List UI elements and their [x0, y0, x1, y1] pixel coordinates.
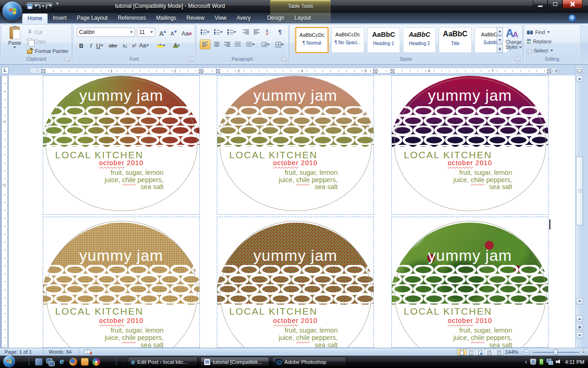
- change-case-button[interactable]: Aa: [139, 40, 149, 51]
- ruler-table-column-marker[interactable]: [199, 69, 203, 73]
- paragraph-dialog-launcher[interactable]: ↘: [282, 57, 287, 62]
- toolbar-grip[interactable]: [116, 358, 117, 365]
- style-card-normal[interactable]: AaBbCcDc¶ Normal: [295, 27, 328, 53]
- label-date-text[interactable]: october 2010: [392, 159, 548, 167]
- highlight-button[interactable]: ab: [155, 40, 167, 51]
- proofing-errors-button[interactable]: x: [85, 349, 92, 355]
- taskbar-button-edit-post-local-kitc[interactable]: eEdit Post ‹ local kitc...: [128, 357, 198, 367]
- clear-formatting-button[interactable]: Aa: [181, 29, 192, 39]
- draft-view-button[interactable]: [494, 349, 503, 356]
- font-size-select[interactable]: 11: [137, 28, 155, 37]
- bullets-button[interactable]: [200, 27, 210, 37]
- tab-layout[interactable]: Layout: [289, 13, 316, 23]
- tab-review[interactable]: Review: [181, 13, 209, 23]
- redo-button[interactable]: [46, 3, 52, 10]
- ruler-table-column-marker[interactable]: [390, 69, 395, 73]
- align-right-button[interactable]: [222, 40, 232, 49]
- align-center-button[interactable]: [211, 40, 222, 49]
- find-button[interactable]: Find: [527, 28, 550, 36]
- picasa-icon[interactable]: [92, 358, 100, 366]
- tab-references[interactable]: References: [113, 13, 151, 23]
- cut-button[interactable]: Cut: [26, 28, 43, 36]
- full-screen-reading-view-button[interactable]: [467, 349, 476, 356]
- mail-icon[interactable]: [81, 358, 89, 366]
- minimize-button[interactable]: [533, 0, 548, 9]
- italic-button[interactable]: I: [86, 40, 96, 51]
- tab-insert[interactable]: Insert: [48, 13, 72, 23]
- zoom-slider-thumb[interactable]: [554, 349, 558, 355]
- superscript-button[interactable]: x²: [130, 40, 139, 51]
- label-brand-text[interactable]: yummy jam: [43, 247, 199, 264]
- tray-expand-icon[interactable]: ‹: [525, 359, 527, 365]
- label-ingredients-text[interactable]: fruit, sugar, lemonjuice, chile peppers,…: [62, 327, 164, 348]
- borders-button[interactable]: [273, 40, 286, 49]
- select-browse-object-button[interactable]: [576, 324, 583, 330]
- print-layout-view-button[interactable]: [458, 349, 467, 356]
- label-date-text[interactable]: october 2010: [217, 317, 373, 324]
- replace-button[interactable]: abacReplace: [527, 37, 552, 46]
- scrollbar-thumb[interactable]: [576, 156, 583, 225]
- jam-label-cell[interactable]: yummy jamLOCAL KITCHENoctober 2010fruit,…: [217, 217, 374, 348]
- firefox-icon[interactable]: [69, 358, 77, 366]
- next-page-button[interactable]: [576, 332, 583, 339]
- start-button[interactable]: [3, 356, 15, 368]
- style-card-title[interactable]: AaBbCTitle: [439, 27, 472, 53]
- jam-label-cell[interactable]: yummy jamLOCAL KITCHENoctober 2010fruit,…: [391, 75, 548, 215]
- bold-button[interactable]: B: [77, 40, 86, 51]
- format-painter-button[interactable]: Format Painter: [26, 46, 69, 55]
- customize-qat-dropdown-icon[interactable]: [56, 3, 59, 5]
- font-name-select[interactable]: Calibri: [77, 28, 135, 37]
- sort-button[interactable]: AZ ↓: [263, 27, 273, 37]
- taskbar-button-tutorial-compatibili[interactable]: Wtutorial [Compatibili...: [200, 357, 269, 367]
- tab-avery[interactable]: Avery: [232, 13, 255, 23]
- style-card-no-spacing[interactable]: AaBbCcDc¶ No Spaci...: [331, 27, 364, 53]
- styles-scroll-down-button[interactable]: [497, 36, 503, 44]
- style-card-heading2[interactable]: AaBbCHeading 2: [403, 27, 436, 53]
- tab-home[interactable]: Home: [22, 13, 48, 23]
- safely-remove-hardware-icon[interactable]: [530, 359, 536, 365]
- label-kitchen-text[interactable]: LOCAL KITCHEN: [55, 306, 143, 317]
- previous-page-button[interactable]: [576, 316, 583, 322]
- tab-design[interactable]: Design: [262, 13, 289, 23]
- label-ingredients-text[interactable]: fruit, sugar, lemonjuice, chile peppers,…: [236, 327, 338, 348]
- toolbar-grip[interactable]: [28, 358, 30, 365]
- font-dialog-launcher[interactable]: ↘: [189, 57, 194, 62]
- tab-view[interactable]: View: [209, 13, 232, 23]
- taskbar-button-adobe-photoshop[interactable]: Adobe Photoshop: [272, 357, 346, 367]
- label-kitchen-text[interactable]: LOCAL KITCHEN: [229, 306, 317, 317]
- label-ingredients-text[interactable]: fruit, sugar, lemonjuice, chile peppers,…: [410, 169, 512, 191]
- internet-explorer-icon[interactable]: e: [58, 358, 66, 366]
- battery-icon[interactable]: [539, 359, 543, 365]
- save-button[interactable]: [27, 3, 33, 10]
- subscript-button[interactable]: x₂: [120, 40, 130, 51]
- label-kitchen-text[interactable]: LOCAL KITCHEN: [404, 306, 492, 317]
- zoom-in-button[interactable]: +: [581, 349, 587, 355]
- label-brand-text[interactable]: yummy jam: [392, 247, 548, 264]
- font-color-button[interactable]: A: [171, 40, 183, 51]
- label-date-text[interactable]: october 2010: [43, 159, 199, 167]
- scroll-up-button[interactable]: [576, 75, 583, 82]
- multilevel-list-button[interactable]: [226, 27, 237, 37]
- paste-button[interactable]: Paste: [5, 27, 24, 57]
- jam-label-cell[interactable]: yummy jamLOCAL KITCHENoctober 2010fruit,…: [391, 217, 548, 348]
- line-spacing-button[interactable]: [244, 40, 257, 49]
- network-icon[interactable]: [547, 359, 553, 365]
- tab-page-layout[interactable]: Page Layout: [72, 13, 113, 23]
- styles-scroll-up-button[interactable]: [497, 27, 503, 35]
- restore-button[interactable]: [548, 0, 562, 9]
- jam-label-cell[interactable]: yummy jamLOCAL KITCHENoctober 2010fruit,…: [43, 217, 200, 348]
- label-brand-text[interactable]: yummy jam: [217, 247, 373, 264]
- show-hide-pilcrow-button[interactable]: ¶: [275, 27, 285, 37]
- label-date-text[interactable]: october 2010: [392, 317, 548, 324]
- ruler-table-column-marker[interactable]: [41, 69, 45, 73]
- label-brand-text[interactable]: yummy jam: [43, 86, 199, 104]
- label-date-text[interactable]: october 2010: [43, 317, 199, 324]
- page-indicator[interactable]: Page: 1 of 1: [1, 348, 35, 356]
- numbering-button[interactable]: [213, 27, 224, 37]
- tab-mailings[interactable]: Mailings: [151, 13, 181, 23]
- web-layout-view-button[interactable]: [476, 349, 485, 356]
- zoom-out-button[interactable]: –: [524, 349, 530, 355]
- horizontal-ruler[interactable]: 12345678: [29, 68, 559, 74]
- vertical-scrollbar[interactable]: [575, 66, 583, 348]
- styles-gallery-more-button[interactable]: [497, 45, 503, 53]
